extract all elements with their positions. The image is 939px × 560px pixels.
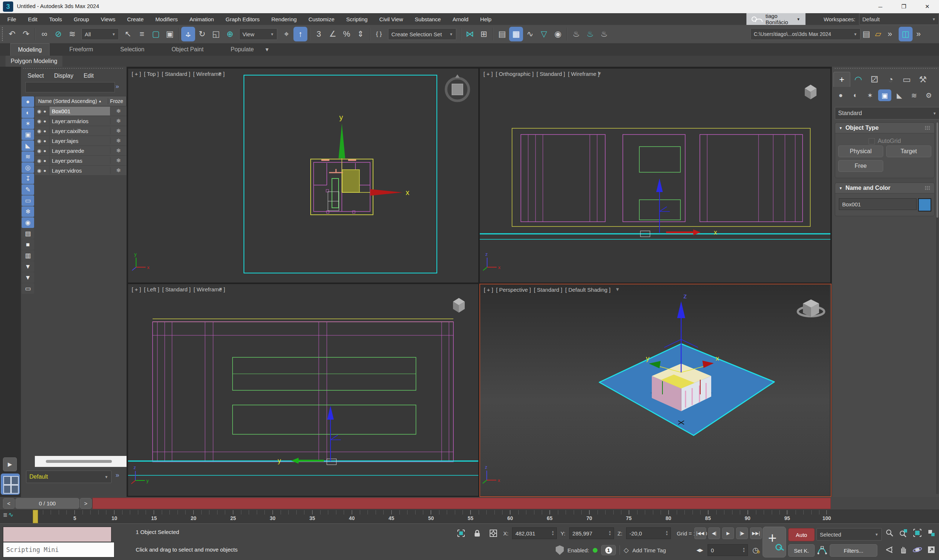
ribbon-tab[interactable]: Selection (113, 44, 152, 56)
viewport-label-segment[interactable]: [ + ] (132, 71, 141, 77)
category-helpers-icon[interactable]: ◣ (893, 89, 906, 101)
viewport-label-segment[interactable]: [ + ] (483, 71, 493, 77)
viewport-label-segment[interactable]: [ Standard ] (537, 71, 565, 77)
snap-toggle-icon[interactable]: 3 (312, 27, 326, 42)
maxscript-listener-pink[interactable] (3, 527, 111, 542)
menu-item[interactable]: Customize (302, 13, 341, 25)
visibility-eye-icon[interactable]: ◉ (37, 118, 41, 124)
menu-item[interactable]: Edit (22, 13, 43, 25)
auto-key-button[interactable]: Auto (788, 528, 815, 541)
explorer-filter-icon[interactable]: ▭ (22, 195, 34, 206)
visibility-eye-icon[interactable]: ◉ (37, 168, 41, 173)
selection-filter-dropdown[interactable]: All▼ (82, 28, 119, 40)
explorer-bottom-chevrons[interactable]: » (116, 471, 119, 479)
menu-item[interactable]: Group (68, 13, 95, 25)
timeline-next-button[interactable]: > (80, 498, 92, 509)
schematic-view-icon[interactable]: ▽ (537, 27, 551, 42)
orbit-icon[interactable] (911, 544, 924, 555)
zoom-extents-all-icon[interactable] (925, 528, 937, 538)
set-keys-button[interactable]: + (763, 527, 786, 557)
more-save-chevron-icon[interactable]: » (913, 27, 924, 42)
spinner-snap-icon[interactable]: ⇕ (354, 27, 367, 42)
explorer-filter-icon[interactable]: ▭ (22, 283, 34, 294)
object-color-swatch[interactable] (918, 198, 931, 211)
menu-item[interactable]: Graph Editors (220, 13, 265, 25)
menu-item[interactable]: Rendering (265, 13, 302, 25)
maxscript-listener-white[interactable]: Scripting Mini (3, 542, 114, 557)
explorer-filter-icon[interactable]: ↧ (22, 173, 34, 184)
frozen-snowflake-icon[interactable]: ❄ (110, 137, 126, 144)
visibility-eye-icon[interactable]: ◉ (37, 128, 41, 134)
use-pivot-center-icon[interactable]: ⌖ (279, 27, 293, 42)
ribbon-config-icon[interactable]: ▼ (261, 42, 273, 57)
explorer-filter-icon[interactable]: ▤ (22, 228, 34, 239)
x-coordinate-field[interactable]: ▲▼ (512, 528, 557, 539)
key-filters-button[interactable]: Filters... (830, 544, 877, 557)
safe-frames-shield-icon[interactable] (556, 545, 564, 555)
object-type-button[interactable]: Target (886, 146, 931, 157)
select-rotate-icon[interactable]: ↻ (195, 27, 209, 42)
frozen-snowflake-icon[interactable]: ❄ (110, 147, 126, 154)
menu-item[interactable]: Tools (43, 13, 68, 25)
category-shapes-icon[interactable]: ◐ (849, 89, 862, 101)
select-scale-icon[interactable]: ◱ (209, 27, 223, 42)
explorer-list-header[interactable]: Name (Sorted Ascending) ▲ Froze (35, 96, 126, 106)
window-crossing-icon[interactable]: ▣ (163, 27, 177, 42)
viewport-label-segment[interactable]: [ Left ] (144, 286, 159, 292)
zoom-icon[interactable] (883, 528, 896, 538)
save-icon[interactable]: ◫ (899, 27, 913, 42)
ribbon-tab[interactable]: Object Paint (164, 44, 211, 56)
camera-type-dropdown[interactable]: Standard▼ (835, 107, 939, 120)
previous-frame-button[interactable]: ◀| (708, 528, 720, 539)
viewport-label-segment[interactable]: [ Standard ] (162, 71, 190, 77)
reference-coordinate-dropdown[interactable]: View▼ (239, 28, 277, 40)
explorer-filter-icon[interactable]: ❄ (22, 206, 34, 217)
material-editor-icon[interactable]: ◉ (551, 27, 565, 42)
play-button[interactable]: ▶ (722, 528, 734, 539)
explorer-menu-item[interactable]: Display (49, 70, 78, 82)
category-systems-icon[interactable]: ⚙ (922, 89, 935, 101)
viewport-label-segment[interactable]: [ + ] (484, 286, 493, 293)
explorer-filter-icon[interactable]: ▼ (22, 261, 34, 272)
scrollbar-thumb[interactable] (46, 460, 112, 463)
field-of-view-icon[interactable] (883, 544, 896, 555)
viewport-label-segment[interactable]: [ Standard ] (162, 286, 191, 292)
scene-explorer-toggle-icon[interactable]: ▦ (509, 27, 523, 42)
menu-item[interactable]: Civil View (373, 13, 409, 25)
key-scope-dropdown[interactable]: Selected▼ (817, 528, 882, 541)
workspace-dropdown[interactable]: Default▼ (859, 13, 939, 25)
selection-lock-icon[interactable] (471, 528, 483, 539)
rect-selection-region-icon[interactable]: ▢ (149, 27, 163, 42)
select-by-name-icon[interactable]: ≡ (135, 27, 149, 42)
render-setup-icon[interactable]: ♨ (569, 27, 583, 42)
timeline-prev-button[interactable]: < (3, 498, 15, 509)
signin-user-button[interactable]: tiago Bonifácio ▼ (746, 13, 805, 25)
render-dot-icon[interactable]: ● (43, 168, 46, 173)
tab-hierarchy-icon[interactable]: ⚂ (867, 72, 882, 87)
explorer-filter-icon[interactable]: ◎ (22, 162, 34, 173)
render-dot-icon[interactable]: ● (43, 118, 46, 124)
explorer-preset-dropdown[interactable]: Default▼ (26, 471, 111, 483)
viewport-label-segment[interactable]: [ Wireframe ] (568, 71, 599, 77)
explorer-filter-icon[interactable]: ✶ (22, 118, 34, 129)
category-cameras-icon[interactable]: ▣ (878, 89, 891, 101)
explorer-filter-icon[interactable]: ◐ (22, 108, 34, 118)
object-type-button[interactable]: Physical (838, 146, 883, 157)
select-manipulate-icon[interactable]: ↑ (293, 27, 307, 42)
explorer-filter-icon[interactable]: ≋ (22, 151, 34, 162)
viewport-label-segment[interactable]: [ + ] (132, 286, 141, 292)
object-type-header[interactable]: ▼ Object Type (835, 123, 934, 134)
notification-count-badge[interactable]: 1 (601, 545, 616, 555)
absolute-mode-icon[interactable] (487, 528, 500, 539)
explorer-search-input[interactable] (25, 82, 115, 92)
viewport-left[interactable]: [ + ][ Left ][ Standard ][ Wireframe ] ▼ (128, 284, 479, 496)
viewport-ortho-canvas[interactable]: x z x (480, 69, 830, 283)
redo-icon[interactable]: ↷ (19, 27, 33, 42)
explorer-row[interactable]: ◉ ● Layer:vidros ❄ (35, 166, 126, 175)
viewport-top-canvas[interactable]: y x y x (128, 69, 478, 283)
category-geometry-icon[interactable]: ● (834, 89, 847, 101)
named-selection-set-combo[interactable]: Create Selection Set▼ (388, 28, 456, 40)
key-mode-toggle[interactable]: ◀▶ (694, 545, 705, 555)
explorer-filter-icon[interactable]: ◣ (22, 140, 34, 151)
viewport-layout-tab[interactable] (1, 474, 20, 495)
